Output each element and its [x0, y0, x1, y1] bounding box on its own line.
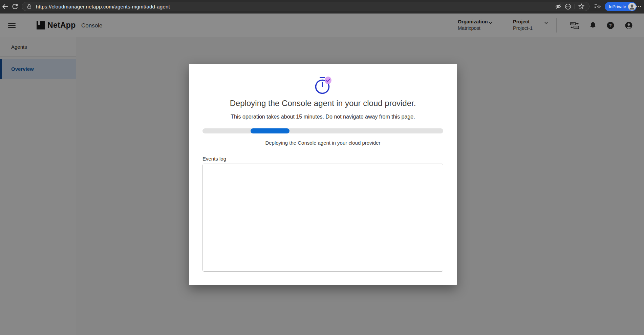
deploy-agent-modal: Deploying the Console agent in your clou… [189, 64, 457, 285]
back-icon[interactable] [1, 2, 9, 11]
browser-chrome: https://cloudmanager.netapp.com/agents-m… [0, 0, 644, 14]
progress-bar [202, 128, 443, 133]
favorites-bar-icon[interactable] [594, 2, 602, 11]
timer-icon [189, 76, 457, 95]
profile-avatar-icon[interactable] [628, 3, 636, 11]
refresh-icon[interactable] [11, 2, 19, 11]
pill-divider [575, 4, 575, 9]
modal-title: Deploying the Console agent in your clou… [189, 99, 457, 108]
url-text[interactable]: https://cloudmanager.netapp.com/agents-m… [36, 4, 170, 9]
events-log-label: Events log [202, 156, 226, 162]
app-window: NetApp Console Organization Matrixpost P… [0, 14, 644, 335]
progress-status-text: Deploying the Console agent in your clou… [189, 140, 457, 146]
extensions-icon[interactable] [565, 3, 571, 10]
inprivate-badge[interactable]: InPrivate [605, 2, 637, 11]
more-menu-icon[interactable]: … [635, 1, 642, 8]
modal-subtitle: This operation takes about 15 minutes. D… [189, 114, 457, 120]
lock-icon[interactable] [27, 4, 32, 9]
address-bar[interactable]: https://cloudmanager.netapp.com/agents-m… [22, 2, 589, 11]
inprivate-label: InPrivate [609, 4, 626, 9]
tracking-prevention-icon[interactable] [555, 3, 561, 9]
events-log-box[interactable] [202, 164, 443, 272]
favorite-star-icon[interactable] [578, 3, 584, 9]
progress-bar-fill [251, 128, 289, 133]
